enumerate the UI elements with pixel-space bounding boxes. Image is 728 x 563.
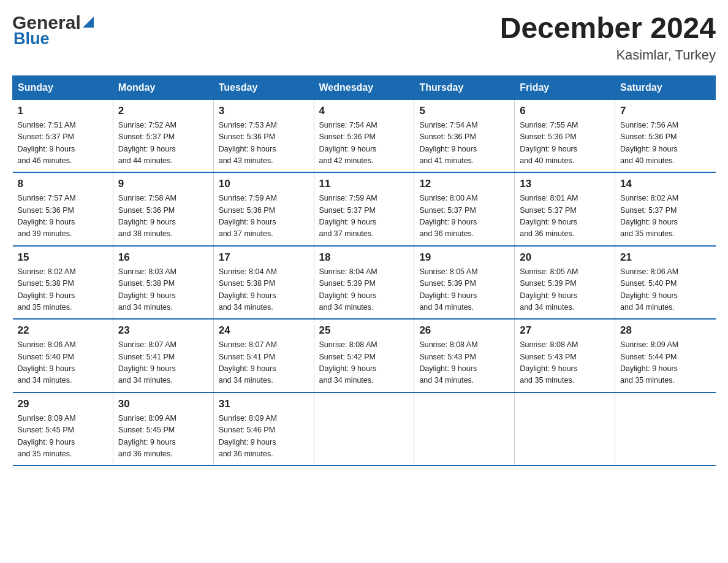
calendar-cell: 28 Sunrise: 8:09 AM Sunset: 5:44 PM Dayl…	[615, 319, 716, 393]
day-info: Sunrise: 8:06 AM Sunset: 5:40 PM Dayligh…	[620, 266, 710, 314]
day-number: 26	[419, 324, 509, 337]
calendar-week-row: 8 Sunrise: 7:57 AM Sunset: 5:36 PM Dayli…	[13, 172, 716, 246]
calendar-cell: 26 Sunrise: 8:08 AM Sunset: 5:43 PM Dayl…	[414, 319, 515, 393]
day-info: Sunrise: 7:58 AM Sunset: 5:36 PM Dayligh…	[118, 193, 208, 240]
day-info: Sunrise: 8:04 AM Sunset: 5:38 PM Dayligh…	[219, 266, 309, 314]
day-info: Sunrise: 8:03 AM Sunset: 5:38 PM Dayligh…	[118, 266, 208, 314]
calendar-cell: 24 Sunrise: 8:07 AM Sunset: 5:41 PM Dayl…	[213, 319, 314, 393]
day-info: Sunrise: 7:51 AM Sunset: 5:37 PM Dayligh…	[18, 120, 108, 167]
calendar-week-row: 22 Sunrise: 8:06 AM Sunset: 5:40 PM Dayl…	[13, 319, 716, 393]
day-info: Sunrise: 8:05 AM Sunset: 5:39 PM Dayligh…	[520, 266, 610, 314]
day-number: 16	[118, 251, 208, 264]
day-info: Sunrise: 8:08 AM Sunset: 5:43 PM Dayligh…	[520, 339, 610, 387]
day-number: 29	[18, 398, 108, 410]
calendar-cell: 7 Sunrise: 7:56 AM Sunset: 5:36 PM Dayli…	[615, 99, 716, 172]
day-info: Sunrise: 8:05 AM Sunset: 5:39 PM Dayligh…	[419, 266, 509, 314]
calendar-cell: 15 Sunrise: 8:02 AM Sunset: 5:38 PM Dayl…	[13, 246, 113, 320]
calendar-cell	[515, 393, 615, 466]
day-info: Sunrise: 8:06 AM Sunset: 5:40 PM Dayligh…	[18, 339, 108, 387]
day-info: Sunrise: 8:09 AM Sunset: 5:46 PM Dayligh…	[219, 413, 309, 461]
calendar-week-row: 29 Sunrise: 8:09 AM Sunset: 5:45 PM Dayl…	[13, 393, 716, 466]
day-number: 31	[219, 398, 309, 410]
calendar-cell: 21 Sunrise: 8:06 AM Sunset: 5:40 PM Dayl…	[615, 246, 716, 320]
day-info: Sunrise: 8:07 AM Sunset: 5:41 PM Dayligh…	[118, 339, 208, 387]
day-info: Sunrise: 8:09 AM Sunset: 5:45 PM Dayligh…	[18, 413, 108, 461]
day-number: 4	[319, 105, 409, 117]
day-number: 10	[219, 178, 309, 190]
calendar-cell: 25 Sunrise: 8:08 AM Sunset: 5:42 PM Dayl…	[314, 319, 414, 393]
day-number: 23	[118, 324, 208, 337]
day-number: 14	[620, 178, 710, 190]
logo-blue-text: Blue	[12, 29, 50, 48]
calendar-cell: 22 Sunrise: 8:06 AM Sunset: 5:40 PM Dayl…	[13, 319, 113, 393]
day-info: Sunrise: 8:02 AM Sunset: 5:38 PM Dayligh…	[18, 266, 108, 314]
header-sunday: Sunday	[13, 75, 113, 99]
calendar-cell: 3 Sunrise: 7:53 AM Sunset: 5:36 PM Dayli…	[213, 99, 314, 172]
calendar-cell: 1 Sunrise: 7:51 AM Sunset: 5:37 PM Dayli…	[13, 99, 113, 172]
day-info: Sunrise: 7:54 AM Sunset: 5:36 PM Dayligh…	[319, 120, 409, 167]
logo: General Blue	[12, 12, 94, 48]
day-info: Sunrise: 8:02 AM Sunset: 5:37 PM Dayligh…	[620, 193, 710, 240]
calendar-header-row: SundayMondayTuesdayWednesdayThursdayFrid…	[13, 75, 716, 99]
calendar-week-row: 15 Sunrise: 8:02 AM Sunset: 5:38 PM Dayl…	[13, 246, 716, 320]
month-year-title: December 2024	[500, 12, 716, 45]
title-block: December 2024 Kasimlar, Turkey	[500, 12, 716, 63]
day-info: Sunrise: 7:57 AM Sunset: 5:36 PM Dayligh…	[18, 193, 108, 240]
day-info: Sunrise: 8:07 AM Sunset: 5:41 PM Dayligh…	[219, 339, 309, 387]
day-info: Sunrise: 7:59 AM Sunset: 5:36 PM Dayligh…	[219, 193, 309, 240]
day-info: Sunrise: 7:59 AM Sunset: 5:37 PM Dayligh…	[319, 193, 409, 240]
day-number: 13	[520, 178, 610, 190]
day-info: Sunrise: 7:55 AM Sunset: 5:36 PM Dayligh…	[520, 120, 610, 167]
calendar-cell: 11 Sunrise: 7:59 AM Sunset: 5:37 PM Dayl…	[314, 172, 414, 246]
calendar-cell: 4 Sunrise: 7:54 AM Sunset: 5:36 PM Dayli…	[314, 99, 414, 172]
day-number: 2	[118, 105, 208, 117]
header-wednesday: Wednesday	[314, 75, 414, 99]
calendar-cell	[615, 393, 716, 466]
day-info: Sunrise: 7:52 AM Sunset: 5:37 PM Dayligh…	[118, 120, 208, 167]
calendar-cell: 10 Sunrise: 7:59 AM Sunset: 5:36 PM Dayl…	[213, 172, 314, 246]
day-number: 19	[419, 251, 509, 264]
calendar-cell: 5 Sunrise: 7:54 AM Sunset: 5:36 PM Dayli…	[414, 99, 515, 172]
page-header: General Blue December 2024 Kasimlar, Tur…	[12, 12, 716, 63]
day-number: 20	[520, 251, 610, 264]
calendar-cell: 17 Sunrise: 8:04 AM Sunset: 5:38 PM Dayl…	[213, 246, 314, 320]
calendar-cell: 31 Sunrise: 8:09 AM Sunset: 5:46 PM Dayl…	[213, 393, 314, 466]
calendar-week-row: 1 Sunrise: 7:51 AM Sunset: 5:37 PM Dayli…	[13, 99, 716, 172]
calendar-cell: 13 Sunrise: 8:01 AM Sunset: 5:37 PM Dayl…	[515, 172, 615, 246]
header-monday: Monday	[113, 75, 213, 99]
calendar-cell: 16 Sunrise: 8:03 AM Sunset: 5:38 PM Dayl…	[113, 246, 213, 320]
day-number: 3	[219, 105, 309, 117]
calendar-cell: 30 Sunrise: 8:09 AM Sunset: 5:45 PM Dayl…	[113, 393, 213, 466]
calendar-cell	[314, 393, 414, 466]
day-number: 22	[18, 324, 108, 337]
day-number: 30	[118, 398, 208, 410]
day-info: Sunrise: 8:09 AM Sunset: 5:45 PM Dayligh…	[118, 413, 208, 461]
day-number: 25	[319, 324, 409, 337]
day-number: 18	[319, 251, 409, 264]
calendar-cell	[414, 393, 515, 466]
day-info: Sunrise: 8:04 AM Sunset: 5:39 PM Dayligh…	[319, 266, 409, 314]
location-subtitle: Kasimlar, Turkey	[500, 47, 716, 63]
calendar-cell: 8 Sunrise: 7:57 AM Sunset: 5:36 PM Dayli…	[13, 172, 113, 246]
calendar-cell: 2 Sunrise: 7:52 AM Sunset: 5:37 PM Dayli…	[113, 99, 213, 172]
calendar-table: SundayMondayTuesdayWednesdayThursdayFrid…	[12, 75, 716, 467]
day-number: 9	[118, 178, 208, 190]
logo-triangle-icon	[83, 17, 94, 28]
header-thursday: Thursday	[414, 75, 515, 99]
header-tuesday: Tuesday	[213, 75, 314, 99]
day-number: 27	[520, 324, 610, 337]
day-number: 24	[219, 324, 309, 337]
day-number: 8	[18, 178, 108, 190]
calendar-cell: 29 Sunrise: 8:09 AM Sunset: 5:45 PM Dayl…	[13, 393, 113, 466]
day-number: 15	[18, 251, 108, 264]
day-number: 28	[620, 324, 710, 337]
header-saturday: Saturday	[615, 75, 716, 99]
calendar-cell: 14 Sunrise: 8:02 AM Sunset: 5:37 PM Dayl…	[615, 172, 716, 246]
day-number: 5	[419, 105, 509, 117]
day-info: Sunrise: 8:09 AM Sunset: 5:44 PM Dayligh…	[620, 339, 710, 387]
header-friday: Friday	[515, 75, 615, 99]
calendar-cell: 18 Sunrise: 8:04 AM Sunset: 5:39 PM Dayl…	[314, 246, 414, 320]
calendar-cell: 20 Sunrise: 8:05 AM Sunset: 5:39 PM Dayl…	[515, 246, 615, 320]
day-info: Sunrise: 8:00 AM Sunset: 5:37 PM Dayligh…	[419, 193, 509, 240]
day-info: Sunrise: 8:08 AM Sunset: 5:42 PM Dayligh…	[319, 339, 409, 387]
